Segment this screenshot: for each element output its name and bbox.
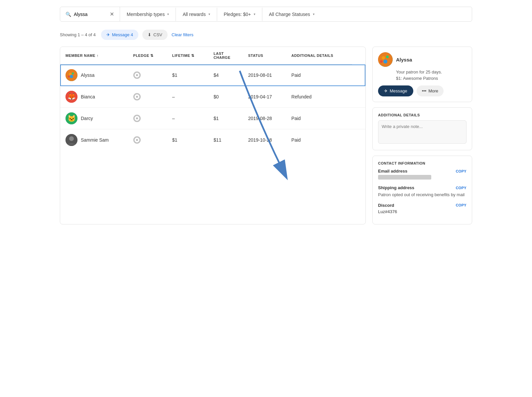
svg-point-10 xyxy=(136,96,138,98)
pledge-icon xyxy=(133,71,141,79)
more-button[interactable]: ••• More xyxy=(417,85,444,96)
csv-button[interactable]: ⬇ CSV xyxy=(142,30,168,40)
message-button-label: Message 4 xyxy=(112,32,133,37)
shipping-copy-link[interactable]: COPY xyxy=(456,186,466,190)
shipping-row: Shipping address COPY Patron opted out o… xyxy=(378,185,466,198)
patron-header: Alyssa xyxy=(378,52,466,67)
download-icon: ⬇ xyxy=(148,32,151,37)
sort-both-icon: ⇅ xyxy=(150,54,154,58)
csv-button-label: CSV xyxy=(153,32,162,37)
contact-title: CONTACT INFORMATION xyxy=(378,161,466,165)
patron-card: Alyssa Your patron for 25 days. $1: Awes… xyxy=(372,47,472,102)
additional-details-cell xyxy=(352,129,365,151)
clear-filters-link[interactable]: Clear filters xyxy=(172,32,194,37)
patron-name: Alyssa xyxy=(396,57,412,63)
send-icon: ✈ xyxy=(106,32,110,37)
svg-point-16 xyxy=(69,136,74,141)
last-charge-date-cell: 2019-08-01 xyxy=(243,65,286,86)
patron-days: Your patron for 25 days. xyxy=(396,69,466,74)
lifetime-cell: $1 xyxy=(167,65,208,86)
avatar: 🦊 xyxy=(66,91,77,103)
svg-point-14 xyxy=(136,117,138,119)
sort-both-icon: ⇅ xyxy=(191,54,195,58)
search-container: 🔍 ✕ xyxy=(60,7,120,21)
shipping-label: Shipping address xyxy=(378,185,414,190)
pledge-icon xyxy=(133,93,141,100)
chevron-down-icon: ▾ xyxy=(208,12,210,16)
email-label: Email address xyxy=(378,169,407,174)
search-clear-icon[interactable]: ✕ xyxy=(110,11,114,17)
email-copy-link[interactable]: COPY xyxy=(456,169,466,173)
patron-tier: $1: Awesome Patrons xyxy=(396,76,466,81)
last-charge-date-cell: 2019-10-28 xyxy=(243,129,286,151)
status-cell: Paid xyxy=(286,108,352,129)
message-patron-button[interactable]: ✈ Message xyxy=(378,85,413,96)
svg-point-6 xyxy=(136,74,138,76)
private-note-input[interactable] xyxy=(378,120,466,144)
col-last-charge: LASTCHARGE xyxy=(208,47,243,65)
status-cell: Refunded xyxy=(286,86,352,108)
table-row[interactable]: 🦊 Bianca – $0 xyxy=(60,86,365,108)
additional-details-cell xyxy=(352,65,365,86)
col-member-name: MEMBER NAME ↑ xyxy=(60,47,128,65)
pledges-dropdown[interactable]: Pledges: $0+ ▾ xyxy=(217,8,262,21)
contact-card: CONTACT INFORMATION Email address COPY S… xyxy=(372,156,472,224)
patron-actions: ✈ Message ••• More xyxy=(378,85,466,96)
col-additional-details: ADDITIONAL DETAILS xyxy=(286,47,352,65)
chevron-down-icon: ▾ xyxy=(167,12,169,16)
all-rewards-dropdown[interactable]: All rewards ▾ xyxy=(176,8,217,21)
member-name-cell: Sammie Sam xyxy=(60,129,128,151)
svg-point-3 xyxy=(70,75,73,78)
member-name-cell: Alyssa xyxy=(60,65,128,86)
pledge-cell xyxy=(128,108,167,129)
member-name-cell: 🦊 Bianca xyxy=(60,86,128,108)
member-name: Bianca xyxy=(81,94,95,99)
charge-status-dropdown[interactable]: All Charge Statuses ▾ xyxy=(262,8,321,21)
table-row[interactable]: Alyssa $1 $4 2019-08-01 Paid xyxy=(60,65,365,86)
svg-text:🐱: 🐱 xyxy=(67,114,76,122)
avatar xyxy=(66,134,77,146)
last-charge-amount-cell: $11 xyxy=(208,129,243,151)
chevron-down-icon: ▾ xyxy=(254,12,255,16)
last-charge-date-cell: 2019-04-17 xyxy=(243,86,286,108)
additional-details-cell xyxy=(352,108,365,129)
lifetime-cell: – xyxy=(167,86,208,108)
member-name-cell: 🐱 Darcy xyxy=(60,108,128,129)
members-table-container: MEMBER NAME ↑ PLEDGE ⇅ LIFETIME ⇅ LASTCH… xyxy=(60,47,366,224)
last-charge-amount-cell: $1 xyxy=(208,108,243,129)
sort-up-icon: ↑ xyxy=(96,54,98,58)
status-cell: Paid xyxy=(286,65,352,86)
search-input[interactable] xyxy=(74,12,107,17)
avatar: 🐱 xyxy=(66,112,77,124)
table-row[interactable]: Sammie Sam $1 $11 2019-10-28 Paid xyxy=(60,129,365,151)
discord-copy-link[interactable]: COPY xyxy=(456,203,466,207)
membership-types-label: Membership types xyxy=(127,12,165,17)
svg-point-21 xyxy=(382,56,385,60)
lifetime-cell: $1 xyxy=(167,129,208,151)
filter-bar: 🔍 ✕ Membership types ▾ All rewards ▾ Ple… xyxy=(60,7,472,22)
pledges-label: Pledges: $0+ xyxy=(224,12,251,17)
dots-icon: ••• xyxy=(422,88,427,93)
table-body: Alyssa $1 $4 2019-08-01 Paid xyxy=(60,65,365,151)
send-icon: ✈ xyxy=(384,88,388,93)
message-button[interactable]: ✈ Message 4 xyxy=(101,30,139,40)
message-patron-label: Message xyxy=(390,88,407,93)
patron-avatar xyxy=(378,52,393,67)
more-button-label: More xyxy=(428,88,438,93)
shipping-value: Patron opted out of receiving benefits b… xyxy=(378,192,466,198)
pledge-icon xyxy=(133,136,141,144)
discord-value: Luz#4376 xyxy=(378,209,466,214)
all-rewards-label: All rewards xyxy=(183,12,205,17)
svg-point-4 xyxy=(68,75,70,77)
email-row: Email address COPY xyxy=(378,169,466,181)
members-table: MEMBER NAME ↑ PLEDGE ⇅ LIFETIME ⇅ LASTCH… xyxy=(60,47,365,151)
additional-details-card: ADDITIONAL DETAILS xyxy=(372,107,472,150)
member-name: Darcy xyxy=(81,116,93,121)
membership-types-dropdown[interactable]: Membership types ▾ xyxy=(120,8,176,21)
discord-row: Discord COPY Luz#4376 xyxy=(378,203,466,214)
avatar xyxy=(66,69,77,81)
showing-count: Showing 1 – 4 of 4 xyxy=(60,32,96,37)
status-cell: Paid xyxy=(286,129,352,151)
table-row[interactable]: 🐱 Darcy – $1 xyxy=(60,108,365,129)
search-icon: 🔍 xyxy=(66,12,71,17)
